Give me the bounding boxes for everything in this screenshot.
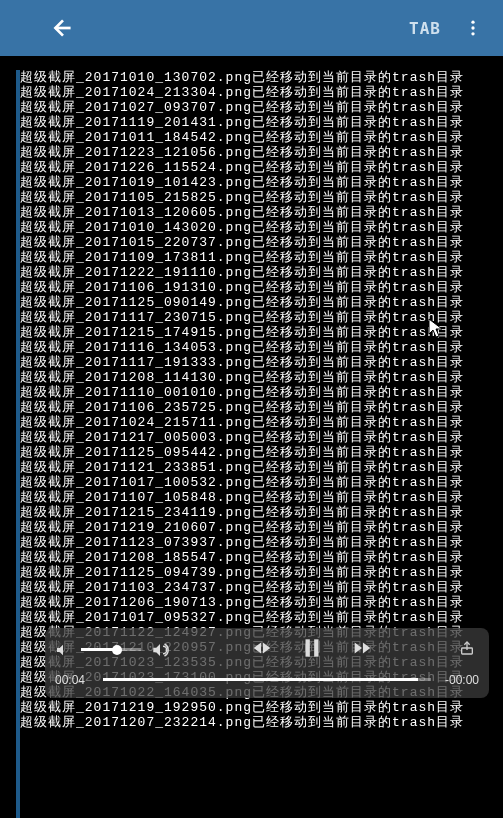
svg-rect-3 [306, 639, 310, 656]
terminal-line: 超级截屏_20171121_233851.png已经移动到当前目录的trash目… [20, 460, 503, 475]
terminal-line: 超级截屏_20171010_143020.png已经移动到当前目录的trash目… [20, 220, 503, 235]
media-player-overlay: 00:04 -00:00 [45, 628, 489, 698]
terminal-line: 超级截屏_20171217_005003.png已经移动到当前目录的trash目… [20, 430, 503, 445]
terminal-line: 超级截屏_20171015_220737.png已经移动到当前目录的trash目… [20, 235, 503, 250]
svg-point-1 [471, 26, 474, 29]
app-toolbar: TAB [0, 0, 503, 56]
svg-point-0 [471, 21, 474, 24]
back-button[interactable] [42, 7, 84, 49]
svg-point-2 [471, 32, 474, 35]
terminal-line: 超级截屏_20171223_121056.png已经移动到当前目录的trash目… [20, 145, 503, 160]
terminal-line: 超级截屏_20171027_093707.png已经移动到当前目录的trash目… [20, 100, 503, 115]
volume-control[interactable] [55, 641, 169, 659]
terminal-line: 超级截屏_20171226_115524.png已经移动到当前目录的trash目… [20, 160, 503, 175]
remaining-time: -00:00 [439, 673, 479, 687]
terminal-line: 超级截屏_20171208_185547.png已经移动到当前目录的trash目… [20, 550, 503, 565]
tab-button[interactable]: TAB [395, 11, 455, 46]
pause-button[interactable] [299, 635, 325, 665]
next-button[interactable] [351, 637, 373, 663]
terminal-line: 超级截屏_20171110_001010.png已经移动到当前目录的trash目… [20, 385, 503, 400]
progress-slider[interactable] [103, 678, 431, 681]
terminal-line: 超级截屏_20171106_235725.png已经移动到当前目录的trash目… [20, 400, 503, 415]
terminal-line: 超级截屏_20171109_173811.png已经移动到当前目录的trash目… [20, 250, 503, 265]
volume-slider[interactable] [81, 648, 141, 651]
terminal-line: 超级截屏_20171019_101423.png已经移动到当前目录的trash目… [20, 175, 503, 190]
terminal-line: 超级截屏_20171125_090149.png已经移动到当前目录的trash目… [20, 295, 503, 310]
terminal-line: 超级截屏_20171222_191110.png已经移动到当前目录的trash目… [20, 265, 503, 280]
terminal-line: 超级截屏_20171117_230715.png已经移动到当前目录的trash目… [20, 310, 503, 325]
terminal-line: 超级截屏_20171011_184542.png已经移动到当前目录的trash目… [20, 130, 503, 145]
terminal-line: 超级截屏_20171017_100532.png已经移动到当前目录的trash目… [20, 475, 503, 490]
terminal-line: 超级截屏_20171219_192950.png已经移动到当前目录的trash目… [20, 700, 503, 715]
terminal-line: 超级截屏_20171116_134053.png已经移动到当前目录的trash目… [20, 340, 503, 355]
terminal-line: 超级截屏_20171123_073937.png已经移动到当前目录的trash目… [20, 535, 503, 550]
terminal-line: 超级截屏_20171010_130702.png已经移动到当前目录的trash目… [20, 70, 503, 85]
terminal-line: 超级截屏_20171013_120605.png已经移动到当前目录的trash目… [20, 205, 503, 220]
prev-button[interactable] [251, 637, 273, 663]
terminal-line: 超级截屏_20171017_095327.png已经移动到当前目录的trash目… [20, 610, 503, 625]
volume-high-icon [151, 641, 169, 659]
terminal-line: 超级截屏_20171215_174915.png已经移动到当前目录的trash目… [20, 325, 503, 340]
terminal-line: 超级截屏_20171106_191310.png已经移动到当前目录的trash目… [20, 280, 503, 295]
share-button[interactable] [455, 639, 479, 661]
terminal-line: 超级截屏_20171024_213304.png已经移动到当前目录的trash目… [20, 85, 503, 100]
terminal-line: 超级截屏_20171207_232214.png已经移动到当前目录的trash目… [20, 715, 503, 730]
terminal-line: 超级截屏_20171125_095442.png已经移动到当前目录的trash目… [20, 445, 503, 460]
terminal-line: 超级截屏_20171105_215825.png已经移动到当前目录的trash目… [20, 190, 503, 205]
terminal-pane[interactable]: 超级截屏_20171010_130702.png已经移动到当前目录的trash目… [16, 70, 503, 818]
terminal-line: 超级截屏_20171024_215711.png已经移动到当前目录的trash目… [20, 415, 503, 430]
terminal-line: 超级截屏_20171103_234737.png已经移动到当前目录的trash目… [20, 580, 503, 595]
terminal-line: 超级截屏_20171215_234119.png已经移动到当前目录的trash目… [20, 505, 503, 520]
terminal-line: 超级截屏_20171208_114130.png已经移动到当前目录的trash目… [20, 370, 503, 385]
svg-rect-4 [314, 639, 318, 656]
terminal-line: 超级截屏_20171219_210607.png已经移动到当前目录的trash目… [20, 520, 503, 535]
terminal-line: 超级截屏_20171117_191333.png已经移动到当前目录的trash目… [20, 355, 503, 370]
current-time: 00:04 [55, 673, 95, 687]
terminal-line: 超级截屏_20171125_094739.png已经移动到当前目录的trash目… [20, 565, 503, 580]
more-menu-icon[interactable] [455, 10, 491, 46]
volume-low-icon [55, 642, 71, 658]
terminal-line: 超级截屏_20171206_190713.png已经移动到当前目录的trash目… [20, 595, 503, 610]
terminal-line: 超级截屏_20171107_105848.png已经移动到当前目录的trash目… [20, 490, 503, 505]
terminal-line: 超级截屏_20171119_201431.png已经移动到当前目录的trash目… [20, 115, 503, 130]
